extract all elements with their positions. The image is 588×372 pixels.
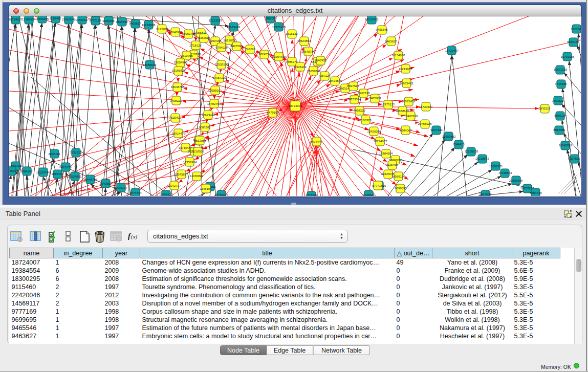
svg-text:1325419: 1325419 xyxy=(294,65,307,69)
svg-text:10025433: 10025433 xyxy=(365,18,379,21)
svg-text:7485063: 7485063 xyxy=(369,97,381,100)
svg-text:11156829: 11156829 xyxy=(190,174,203,178)
svg-text:8427512: 8427512 xyxy=(347,84,359,87)
svg-text:18407269: 18407269 xyxy=(404,115,418,118)
svg-text:3267130: 3267130 xyxy=(358,92,370,95)
svg-text:9384067: 9384067 xyxy=(20,170,33,173)
svg-text:1610755: 1610755 xyxy=(181,54,193,57)
svg-text:10025433: 10025433 xyxy=(402,100,416,103)
svg-text:1640953: 1640953 xyxy=(99,182,112,185)
svg-text:16671355: 16671355 xyxy=(554,68,568,71)
svg-text:6794028: 6794028 xyxy=(215,46,228,49)
svg-text:10975867: 10975867 xyxy=(175,173,188,176)
svg-text:15720407: 15720407 xyxy=(445,49,459,52)
svg-text:(x): (x) xyxy=(131,233,138,240)
svg-text:7632621: 7632621 xyxy=(70,151,82,154)
svg-text:9463627: 9463627 xyxy=(385,40,397,43)
svg-text:12159358: 12159358 xyxy=(465,150,478,153)
svg-text:7515526: 7515526 xyxy=(555,82,567,85)
svg-text:8912954: 8912954 xyxy=(553,128,565,132)
svg-text:9465546: 9465546 xyxy=(376,28,388,31)
svg-text:1615132: 1615132 xyxy=(51,172,63,176)
svg-text:15720407: 15720407 xyxy=(419,105,433,108)
svg-text:1244415: 1244415 xyxy=(452,143,465,146)
svg-text:20364436: 20364436 xyxy=(272,55,286,58)
svg-text:18724007: 18724007 xyxy=(374,140,387,143)
svg-text:16543362: 16543362 xyxy=(559,144,573,147)
svg-text:9384067: 9384067 xyxy=(400,129,412,132)
svg-text:9227343: 9227343 xyxy=(430,128,443,132)
svg-text:16782759: 16782759 xyxy=(207,102,221,105)
svg-text:12093882: 12093882 xyxy=(442,135,456,138)
svg-text:10719155: 10719155 xyxy=(561,55,575,58)
svg-text:19054985: 19054985 xyxy=(174,61,188,64)
svg-text:22420046: 22420046 xyxy=(367,130,381,133)
svg-text:16154808: 16154808 xyxy=(391,54,405,57)
svg-text:7357224: 7357224 xyxy=(318,74,331,77)
svg-text:7485063: 7485063 xyxy=(265,17,277,20)
svg-text:19384554: 19384554 xyxy=(22,18,36,21)
svg-text:2087682: 2087682 xyxy=(199,126,211,129)
svg-text:18724007: 18724007 xyxy=(9,18,23,21)
svg-text:16648784: 16648784 xyxy=(84,178,98,181)
svg-text:16053809: 16053809 xyxy=(307,70,321,73)
svg-text:17957223: 17957223 xyxy=(213,76,227,79)
svg-text:14569117: 14569117 xyxy=(391,175,405,178)
svg-text:12923446: 12923446 xyxy=(202,114,215,117)
svg-text:8454749: 8454749 xyxy=(530,191,542,194)
svg-text:1621072: 1621072 xyxy=(223,39,235,42)
svg-text:10958107: 10958107 xyxy=(208,89,222,92)
svg-text:8471676: 8471676 xyxy=(59,166,72,169)
svg-text:2935114: 2935114 xyxy=(539,107,551,110)
svg-text:10688639: 10688639 xyxy=(143,63,157,67)
svg-text:12213957: 12213957 xyxy=(209,19,223,22)
svg-text:9463627: 9463627 xyxy=(129,22,141,25)
svg-text:1527602: 1527602 xyxy=(571,28,583,31)
svg-text:1615132: 1615132 xyxy=(286,32,298,35)
svg-text:2935114: 2935114 xyxy=(49,152,61,156)
svg-text:9474444: 9474444 xyxy=(310,140,322,143)
svg-text:18300295: 18300295 xyxy=(35,17,49,20)
svg-text:10973493: 10973493 xyxy=(227,26,241,29)
svg-text:19524851: 19524851 xyxy=(297,39,311,42)
svg-text:16120746: 16120746 xyxy=(36,171,50,174)
svg-text:12342737: 12342737 xyxy=(167,184,181,187)
svg-text:6479197: 6479197 xyxy=(267,111,279,114)
svg-text:20691406: 20691406 xyxy=(509,179,523,182)
svg-text:20756928: 20756928 xyxy=(418,122,432,125)
svg-text:9699695: 9699695 xyxy=(395,187,407,190)
svg-text:9699695: 9699695 xyxy=(102,19,115,23)
svg-text:20756928: 20756928 xyxy=(5,169,18,172)
svg-text:16210643: 16210643 xyxy=(475,157,489,160)
svg-text:8186325: 8186325 xyxy=(359,119,372,122)
svg-text:9329906: 9329906 xyxy=(306,194,318,197)
svg-text:10973493: 10973493 xyxy=(400,82,413,85)
svg-text:9777169: 9777169 xyxy=(372,184,384,187)
svg-text:9115460: 9115460 xyxy=(386,163,399,166)
svg-text:9465546: 9465546 xyxy=(116,20,128,24)
svg-text:2867608: 2867608 xyxy=(479,193,491,196)
svg-text:12975125: 12975125 xyxy=(381,103,395,106)
svg-text:8813054: 8813054 xyxy=(194,139,206,142)
svg-text:18640910: 18640910 xyxy=(169,31,183,34)
svg-text:28424845: 28424845 xyxy=(329,79,342,82)
svg-text:16914479: 16914479 xyxy=(172,132,186,135)
svg-text:17016504: 17016504 xyxy=(498,171,512,174)
svg-text:14353594: 14353594 xyxy=(347,98,361,101)
svg-text:4498222: 4498222 xyxy=(353,109,365,112)
svg-text:19384554: 19384554 xyxy=(379,152,393,155)
svg-text:19166825: 19166825 xyxy=(172,69,186,72)
svg-text:12505135: 12505135 xyxy=(215,63,229,66)
svg-text:1640953: 1640953 xyxy=(314,59,326,62)
svg-text:9218506: 9218506 xyxy=(192,150,204,153)
svg-text:9115460: 9115460 xyxy=(50,17,62,20)
svg-text:2718126: 2718126 xyxy=(189,44,202,47)
svg-text:3498222: 3498222 xyxy=(170,99,182,102)
svg-text:15751074: 15751074 xyxy=(215,193,229,196)
svg-text:7625402: 7625402 xyxy=(169,116,181,119)
svg-text:3824554: 3824554 xyxy=(258,53,271,56)
svg-text:6466160: 6466160 xyxy=(567,40,579,43)
svg-text:16154808: 16154808 xyxy=(142,24,156,27)
svg-text:12975125: 12975125 xyxy=(272,26,286,29)
svg-text:746266: 746266 xyxy=(245,48,256,51)
